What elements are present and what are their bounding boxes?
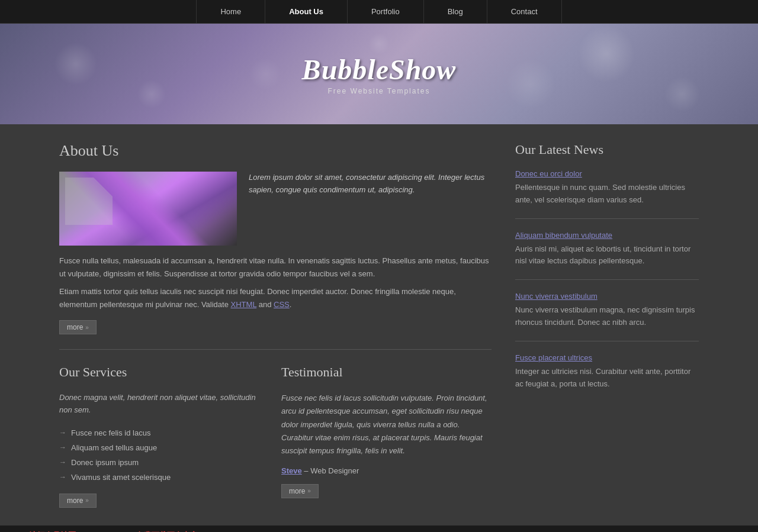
- navigation: Home About Us Portfolio Blog Contact: [0, 0, 758, 24]
- css-link[interactable]: CSS: [274, 300, 290, 309]
- nav-item-about[interactable]: About Us: [265, 0, 348, 24]
- about-section: About Us Lorem ipsum dolor sit amet, con…: [59, 142, 492, 334]
- testimonial-section: Testimonial Fusce nec felis id lacus sol…: [281, 365, 492, 508]
- sidebar: Our Latest News Donec eu orci dolor Pell…: [515, 142, 699, 508]
- news-desc-4: Integer ac ultricies nisi. Curabitur vel…: [515, 366, 699, 391]
- section-divider-1: [59, 349, 492, 350]
- banner-header: BubbleShow Free Website Templates: [0, 24, 758, 124]
- more-arrow-icon: »: [85, 324, 89, 331]
- news-item-2: Aliquam bibendum vulputate Auris nisl mi…: [515, 231, 699, 280]
- nav-item-home[interactable]: Home: [196, 0, 265, 24]
- author-name-link[interactable]: Steve: [281, 466, 302, 475]
- nav-item-contact[interactable]: Contact: [487, 0, 562, 24]
- nav-link-about[interactable]: About Us: [265, 0, 348, 24]
- about-body: Fusce nulla tellus, malesuada id accumsa…: [59, 254, 492, 280]
- news-item-4: Fusce placerat ultrices Integer ac ultri…: [515, 353, 699, 402]
- sidebar-heading: Our Latest News: [515, 142, 699, 157]
- brand-title: BubbleShow: [302, 53, 457, 86]
- nav-link-contact[interactable]: Contact: [487, 0, 562, 24]
- list-item: Donec ipsum ipsum: [59, 455, 269, 470]
- nav-link-blog[interactable]: Blog: [424, 0, 487, 24]
- nav-link-home[interactable]: Home: [196, 0, 265, 24]
- about-heading: About Us: [59, 142, 492, 160]
- more-arrow-icon: »: [85, 497, 89, 504]
- news-desc-3: Nunc viverra vestibulum magna, nec digni…: [515, 304, 699, 329]
- services-section: Our Services Donec magna velit, hendreri…: [59, 365, 269, 508]
- footer-watermark: 访问血号社区bbs.xieniao.com免费下载更多内容: [0, 525, 758, 532]
- news-item-3: Nunc viverra vestibulum Nunc viverra ves…: [515, 292, 699, 341]
- nav-item-portfolio[interactable]: Portfolio: [348, 0, 424, 24]
- news-desc-2: Auris nisl mi, aliquet ac lobortis ut, t…: [515, 243, 699, 268]
- main-wrapper: About Us Lorem ipsum dolor sit amet, con…: [30, 124, 728, 525]
- two-col-section: Our Services Donec magna velit, hendreri…: [59, 365, 492, 508]
- services-more-label: more: [67, 496, 83, 505]
- services-intro: Donec magna velit, hendrerit non aliquet…: [59, 392, 269, 417]
- about-footer: Etiam mattis tortor quis tellus iaculis …: [59, 285, 492, 311]
- brand-subtitle: Free Website Templates: [302, 87, 457, 95]
- author-role-text: –: [304, 466, 310, 475]
- services-more-button[interactable]: more »: [59, 494, 97, 508]
- testimonial-author: Steve – Web Designer: [281, 466, 492, 475]
- testimonial-heading: Testimonial: [281, 365, 492, 380]
- news-link-3[interactable]: Nunc viverra vestibulum: [515, 292, 699, 301]
- testimonial-more-label: more: [289, 487, 305, 495]
- about-more-button[interactable]: more »: [59, 320, 97, 334]
- about-more-label: more: [67, 323, 83, 331]
- news-link-2[interactable]: Aliquam bibendum vulputate: [515, 231, 699, 240]
- about-intro: Lorem ipsum dolor sit amet, consectetur …: [249, 172, 492, 246]
- xhtml-link[interactable]: XHTML: [231, 300, 257, 309]
- news-link-1[interactable]: Donec eu orci dolor: [515, 169, 699, 178]
- list-item: Vivamus sit amet scelerisque: [59, 470, 269, 485]
- list-item: Aliquam sed tellus augue: [59, 440, 269, 455]
- author-role: Web Designer: [310, 466, 359, 475]
- news-link-4[interactable]: Fusce placerat ultrices: [515, 353, 699, 362]
- about-content: Lorem ipsum dolor sit amet, consectetur …: [59, 172, 492, 246]
- testimonial-more-button[interactable]: more »: [281, 484, 319, 498]
- services-list: Fusce nec felis id lacus Aliquam sed tel…: [59, 425, 269, 485]
- testimonial-text: Fusce nec felis id lacus sollicitudin vu…: [281, 392, 492, 457]
- nav-link-portfolio[interactable]: Portfolio: [348, 0, 424, 24]
- list-item: Fusce nec felis id lacus: [59, 425, 269, 440]
- news-desc-1: Pellentesque in nunc quam. Sed molestie …: [515, 182, 699, 207]
- brand-logo: BubbleShow Free Website Templates: [302, 53, 457, 95]
- content-area: About Us Lorem ipsum dolor sit amet, con…: [59, 142, 492, 508]
- news-item-1: Donec eu orci dolor Pellentesque in nunc…: [515, 169, 699, 219]
- nav-list: Home About Us Portfolio Blog Contact: [196, 0, 561, 24]
- services-heading: Our Services: [59, 365, 269, 380]
- nav-item-blog[interactable]: Blog: [424, 0, 487, 24]
- about-image: [59, 172, 237, 246]
- more-arrow-icon: »: [307, 488, 311, 494]
